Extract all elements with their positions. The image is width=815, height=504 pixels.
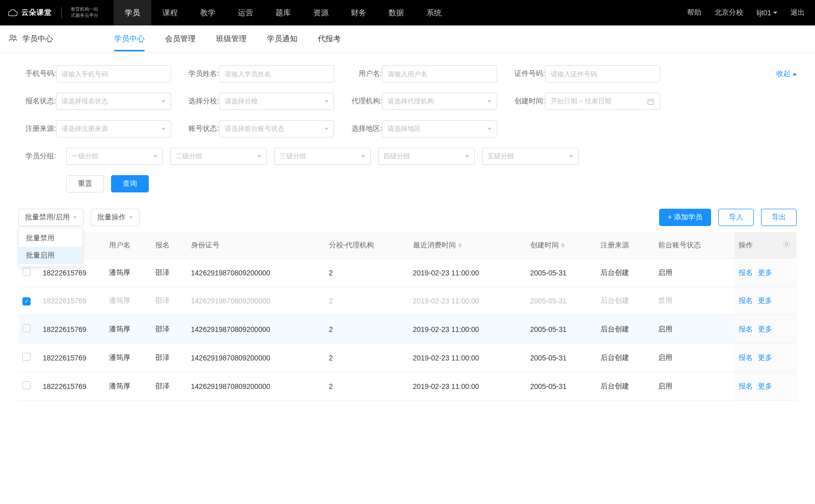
cell-branch: 2	[325, 372, 409, 401]
logo: 云朵课堂 教育机构一站式服务云平台	[8, 7, 98, 18]
create-time-picker[interactable]: 开始日期 ~ 结束日期	[545, 93, 660, 110]
idnum-input[interactable]	[545, 65, 660, 82]
branch-select[interactable]: 请选择分校	[219, 93, 334, 110]
cell-enroll: 邵泽	[151, 287, 186, 315]
cell-create-time: 2005-05-31	[526, 259, 596, 287]
action-enroll[interactable]: 报名	[739, 296, 753, 304]
row-checkbox[interactable]	[22, 268, 31, 276]
subnav-tab-0[interactable]: 学员中心	[114, 27, 145, 51]
action-enroll[interactable]: 报名	[739, 382, 753, 390]
action-enroll[interactable]: 报名	[739, 325, 753, 333]
cell-last-consume: 2019-02-23 11:00:00	[409, 344, 526, 372]
region-select[interactable]: 请选择地区	[382, 120, 497, 137]
batch-toggle-menu: 批量禁用 批量启用	[18, 227, 83, 267]
branch-link[interactable]: 北京分校	[715, 8, 743, 17]
group-select-4[interactable]: 四级分组	[378, 148, 475, 165]
group-select-5[interactable]: 五级分组	[482, 148, 579, 165]
user-input[interactable]	[382, 65, 497, 82]
group-select-3[interactable]: 三级分组	[274, 148, 371, 165]
row-checkbox[interactable]	[22, 353, 31, 361]
row-checkbox[interactable]	[22, 381, 31, 389]
nav-item-1[interactable]: 课程	[151, 0, 189, 25]
brand-name: 云朵课堂	[21, 8, 52, 17]
action-more[interactable]: 更多	[758, 268, 772, 276]
batch-ops-dropdown[interactable]: 批量操作	[91, 209, 140, 226]
cell-create-time: 2005-05-31	[526, 344, 596, 372]
chevron-up-icon	[793, 73, 797, 75]
export-button[interactable]: 导出	[761, 209, 797, 226]
subnav-tab-3[interactable]: 学员通知	[267, 27, 297, 51]
name-input[interactable]	[219, 65, 334, 82]
query-button[interactable]: 查询	[111, 175, 149, 192]
cell-phone: 18222615769	[39, 287, 105, 315]
nav-item-3[interactable]: 运营	[227, 0, 264, 25]
user-menu[interactable]: lijt01	[756, 9, 777, 17]
cell-reg-source: 后台创建	[596, 287, 655, 315]
cell-reg-source: 后台创建	[596, 344, 655, 372]
table-row: 18222615769潘筠厚邵泽142629198708092000002201…	[18, 344, 797, 372]
chevron-down-icon	[129, 216, 133, 219]
action-more[interactable]: 更多	[758, 353, 772, 361]
cell-enroll: 邵泽	[151, 315, 186, 344]
gear-icon[interactable]	[782, 242, 791, 250]
cell-acct-status: 启用	[654, 259, 735, 287]
action-enroll[interactable]: 报名	[739, 268, 753, 276]
reset-button[interactable]: 重置	[66, 175, 104, 192]
chevron-down-icon	[161, 100, 166, 103]
reg-source-select[interactable]: 请选择注册来源	[56, 120, 171, 137]
acct-status-select[interactable]: 请选择前台账号状态	[219, 120, 334, 137]
nav-item-7[interactable]: 数据	[377, 0, 415, 25]
phone-input[interactable]	[56, 65, 171, 82]
nav-item-6[interactable]: 财务	[340, 0, 377, 25]
chevron-down-icon	[487, 100, 492, 103]
batch-enable-item[interactable]: 批量启用	[19, 247, 82, 264]
nav-item-5[interactable]: 资源	[302, 0, 340, 25]
nav-item-0[interactable]: 学员	[114, 0, 151, 25]
nav-item-4[interactable]: 题库	[264, 0, 302, 25]
cell-username: 潘筠厚	[105, 259, 151, 287]
table-row: 18222615769潘筠厚邵泽142629198708092000002201…	[18, 315, 797, 344]
group-select-2[interactable]: 二级分组	[170, 148, 267, 165]
cell-branch: 2	[325, 315, 409, 344]
cell-branch: 2	[325, 344, 409, 372]
enroll-status-select[interactable]: 请选择报名状态	[56, 93, 171, 110]
cell-acct-status: 启用	[654, 372, 735, 401]
action-more[interactable]: 更多	[758, 296, 772, 304]
chevron-down-icon	[161, 128, 166, 130]
nav-item-8[interactable]: 系统	[415, 0, 453, 25]
collapse-toggle[interactable]: 收起	[776, 69, 797, 78]
reg-source-label: 注册来源:	[18, 124, 56, 133]
import-button[interactable]: 导入	[718, 209, 754, 226]
action-enroll[interactable]: 报名	[739, 353, 753, 361]
nav-item-2[interactable]: 教学	[189, 0, 227, 25]
cell-create-time: 2005-05-31	[526, 315, 596, 344]
help-link[interactable]: 帮助	[687, 8, 701, 17]
subnav-tab-2[interactable]: 班级管理	[216, 27, 247, 51]
action-more[interactable]: 更多	[758, 382, 772, 390]
agency-select[interactable]: 请选择代理机构	[382, 93, 497, 110]
col-username: 用户名	[105, 232, 151, 259]
row-checkbox[interactable]	[22, 324, 31, 332]
group-select-1[interactable]: 一级分组	[66, 148, 163, 165]
add-student-button[interactable]: + 添加学员	[659, 209, 711, 226]
row-checkbox[interactable]	[22, 297, 31, 305]
col-create-time[interactable]: 创建时间	[526, 232, 596, 259]
subnav-tab-1[interactable]: 会员管理	[165, 27, 196, 51]
batch-disable-item[interactable]: 批量禁用	[19, 230, 82, 247]
breadcrumb: 学员中心	[8, 34, 53, 44]
action-more[interactable]: 更多	[758, 325, 772, 333]
batch-toggle-dropdown[interactable]: 批量禁用/启用	[18, 209, 84, 226]
toolbar: 批量禁用/启用 批量操作 批量禁用 批量启用 + 添加学员 导入 导出	[0, 201, 815, 232]
nav-right: 帮助 北京分校 lijt01 退出	[687, 8, 805, 17]
cell-last-consume: 2019-02-23 11:00:00	[409, 287, 526, 315]
col-last-consume[interactable]: 最近消费时间	[409, 232, 526, 259]
col-reg-source: 注册来源	[596, 232, 655, 259]
col-branch-agency: 分校-代理机构	[325, 232, 409, 259]
name-label: 学员姓名:	[181, 69, 219, 78]
sort-icon	[458, 243, 462, 247]
subnav-tab-4[interactable]: 代报考	[318, 27, 341, 51]
cell-phone: 18222615769	[39, 372, 105, 401]
region-label: 选择地区:	[344, 124, 382, 133]
cell-idno: 14262919870809200000	[187, 259, 325, 287]
logout-link[interactable]: 退出	[791, 8, 805, 17]
